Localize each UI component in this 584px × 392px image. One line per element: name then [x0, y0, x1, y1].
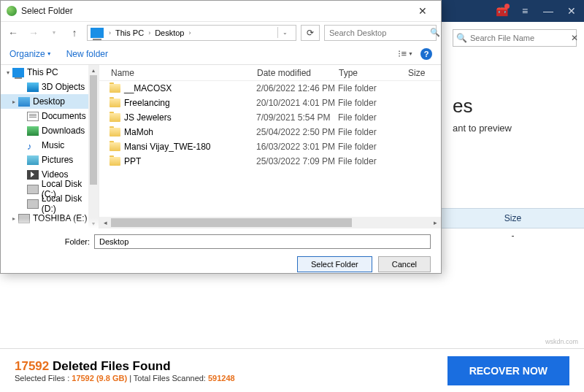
file-row[interactable]: MaMoh25/04/2022 2:50 PMFile folder: [99, 125, 441, 139]
horizontal-scrollbar[interactable]: ◂ ▸: [99, 217, 441, 228]
footer: 17592 Deleted Files Found Selected Files…: [0, 348, 584, 392]
dialog-close-button[interactable]: ✕: [410, 4, 435, 18]
chevron-icon[interactable]: ›: [186, 29, 193, 36]
tree-item-pictures[interactable]: Pictures: [1, 153, 99, 167]
menu-icon[interactable]: ≡: [518, 4, 531, 18]
crumb-this-pc[interactable]: This PC: [113, 28, 146, 37]
music-icon: [27, 141, 39, 150]
col-size[interactable]: Size: [396, 68, 441, 78]
toolbox-icon[interactable]: 🧰: [495, 4, 508, 18]
app-search-input[interactable]: [470, 34, 571, 42]
up-button[interactable]: ↑: [66, 25, 82, 41]
tree-item-music[interactable]: Music: [1, 138, 99, 153]
folder-icon: [110, 84, 120, 93]
dialog-titlebar: Select Folder ✕: [1, 1, 441, 21]
forward-button: →: [26, 25, 42, 41]
file-row[interactable]: __MACOSX2/06/2022 12:46 PMFile folder: [99, 81, 441, 96]
app-icon: [7, 6, 17, 16]
folder-label: Folder:: [11, 237, 90, 246]
app-search[interactable]: 🔍 ✕: [453, 29, 577, 47]
dialog-toolbar: Organize▼ New folder ⁝≡ ▼ ?: [1, 43, 441, 65]
col-date[interactable]: Date modified: [245, 68, 327, 78]
folder-icon: [110, 157, 120, 166]
file-row[interactable]: JS Jewelers7/09/2021 5:54 PMFile folder: [99, 110, 441, 125]
folder-icon: [110, 142, 120, 151]
watermark: wskdn.com: [545, 338, 578, 345]
folder-tree[interactable]: ▾This PC3D Objects▸DesktopDocumentsDownl…: [1, 65, 99, 228]
select-folder-dialog: Select Folder ✕ ← → ▾ ↑ › This PC › Desk…: [0, 0, 442, 274]
file-row[interactable]: Freelancing20/10/2021 4:01 PMFile folder: [99, 96, 441, 110]
tree-scrollbar[interactable]: ▴ ▾: [88, 65, 99, 228]
folder-icon: [110, 128, 120, 137]
vid-icon: [27, 170, 39, 180]
folder-icon: [110, 113, 120, 122]
disk-icon: [27, 185, 39, 194]
cancel-button[interactable]: Cancel: [378, 256, 431, 272]
tree-item-this-pc[interactable]: ▾This PC: [1, 65, 99, 80]
back-button[interactable]: ←: [5, 25, 21, 41]
select-folder-button[interactable]: Select Folder: [297, 256, 372, 272]
file-list: Name Date modified Type Size __MACOSX2/0…: [99, 65, 441, 228]
footer-title: 17592 Deleted Files Found: [15, 359, 235, 374]
organize-menu[interactable]: Organize▼: [9, 49, 52, 59]
close-icon[interactable]: ✕: [565, 4, 578, 18]
new-folder-button[interactable]: New folder: [66, 49, 108, 59]
search-icon: 🔍: [456, 33, 467, 43]
search-icon: 🔍: [430, 28, 440, 37]
dialog-search[interactable]: 🔍: [324, 25, 437, 41]
recent-dropdown[interactable]: ▾: [46, 25, 62, 41]
view-options-button[interactable]: ⁝≡ ▼: [398, 48, 413, 59]
size-value: -: [442, 231, 584, 241]
footer-subtitle: Selected Files : 17592 (9.8 GB) | Total …: [15, 374, 235, 383]
refresh-button[interactable]: ⟳: [301, 25, 320, 41]
recover-now-button[interactable]: RECOVER NOW: [447, 356, 569, 385]
preview-heading: es: [453, 95, 472, 118]
folder-input[interactable]: [94, 234, 431, 249]
tree-item-documents[interactable]: Documents: [1, 109, 99, 123]
scrollbar-thumb[interactable]: [90, 75, 97, 185]
crumb-desktop[interactable]: Desktop: [153, 28, 186, 37]
pc-icon: [91, 28, 104, 38]
crumb-history-dropdown[interactable]: ⌄: [277, 27, 292, 38]
help-button[interactable]: ?: [420, 48, 432, 60]
file-row[interactable]: PPT25/03/2022 7:09 PMFile folder: [99, 154, 441, 169]
scrollbar-thumb[interactable]: [111, 218, 352, 227]
scroll-right-icon[interactable]: ▸: [429, 217, 441, 228]
dl-icon: [27, 126, 39, 136]
tree-item-downloads[interactable]: Downloads: [1, 123, 99, 138]
tree-item-3d-objects[interactable]: 3D Objects: [1, 80, 99, 94]
clear-icon[interactable]: ✕: [571, 33, 578, 43]
col-type[interactable]: Type: [327, 68, 396, 78]
pc-icon: [12, 68, 24, 77]
scroll-left-icon[interactable]: ◂: [99, 217, 111, 228]
chevron-icon[interactable]: ›: [146, 29, 153, 36]
size-column-header[interactable]: Size: [442, 208, 584, 228]
preview-subtext: ant to preview: [453, 123, 512, 134]
scroll-up-icon[interactable]: ▴: [88, 65, 99, 75]
twisty-icon[interactable]: ▾: [4, 69, 12, 76]
folder-icon: [18, 97, 30, 107]
pic-icon: [27, 155, 39, 165]
folder-icon: [110, 99, 120, 107]
breadcrumb[interactable]: › This PC › Desktop › ⌄: [87, 25, 296, 41]
twisty-icon[interactable]: ▸: [9, 99, 18, 105]
chevron-icon[interactable]: ›: [107, 29, 113, 36]
dialog-title: Select Folder: [21, 6, 73, 16]
tree-item-local-disk-d-[interactable]: Local Disk (D:): [1, 196, 99, 211]
minimize-icon[interactable]: —: [542, 4, 555, 18]
dialog-search-input[interactable]: [329, 28, 430, 37]
doc-icon: [27, 112, 39, 121]
tree-item-desktop[interactable]: ▸Desktop: [1, 94, 99, 109]
column-headers[interactable]: Name Date modified Type Size: [99, 65, 441, 81]
file-row[interactable]: Mansi Vijay_TWE-18016/03/2022 3:01 PMFil…: [99, 139, 441, 154]
nav-row: ← → ▾ ↑ › This PC › Desktop › ⌄ ⟳ 🔍: [1, 21, 441, 43]
3d-icon: [27, 82, 39, 92]
disk-icon: [27, 199, 39, 209]
col-name[interactable]: Name: [99, 68, 245, 78]
